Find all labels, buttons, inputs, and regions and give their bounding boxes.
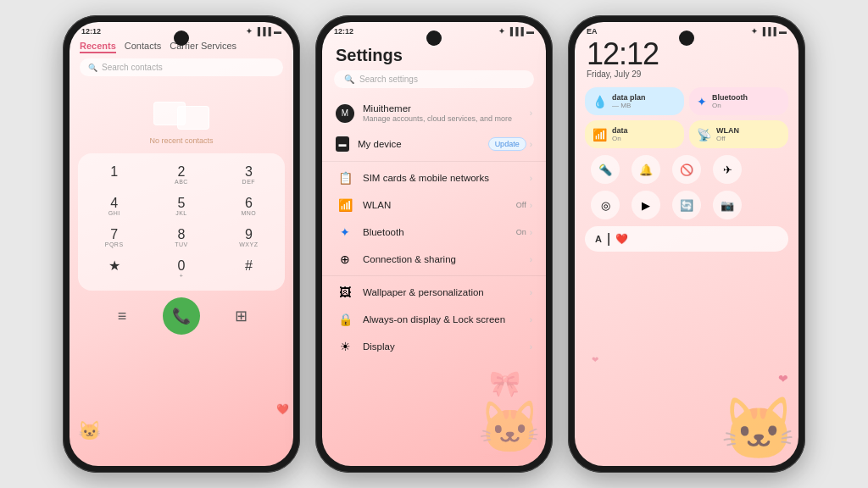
icon-grid-row2: ◎ ▶ 🔄 📷 (575, 187, 798, 223)
dial-call-row: ≡ 📞 ⊞ (70, 294, 293, 338)
kitty-bow-decor: 🎀 (489, 369, 520, 398)
status-time-1: 12:12 (81, 27, 101, 36)
heart-decor-home-2: ❤ (592, 355, 598, 364)
phone-1: 12:12 ✦ ▐▐▐ ▬ Recents Contacts Carrier S… (63, 15, 300, 473)
sim-icon: 📋 (336, 171, 354, 185)
block-icon-btn[interactable]: 🚫 (672, 155, 701, 184)
mydevice-title: My device (358, 139, 480, 149)
tile-wlan-text: WLAN Off (716, 126, 739, 142)
dialpad-grid: 1 2ABC 3DEF 4GHI 5JKL 6MNO 7PQRS 8TUV 9W… (78, 153, 285, 291)
display-right: › (530, 342, 532, 352)
location-icon-btn[interactable]: ▶ (632, 191, 660, 219)
camera-icon-btn[interactable]: 📷 (713, 191, 742, 219)
settings-item-sim[interactable]: 📋 SIM cards & mobile networks › (322, 164, 546, 191)
kitty-decor-settings: 🐱 (478, 402, 542, 453)
settings-item-display[interactable]: ☀ Display › (322, 333, 546, 360)
wlan-icon: 📶 (336, 198, 354, 212)
dial-key-9[interactable]: 9WXYZ (216, 223, 281, 252)
display-icon: ☀ (336, 340, 354, 353)
contact-search-bar[interactable]: 🔍 Search contacts (80, 58, 283, 76)
bluetooth-status: On (516, 228, 526, 236)
dial-key-3[interactable]: 3DEF (216, 160, 281, 190)
signal-icon: ▐▐▐ (255, 27, 271, 36)
dialpad-grid-icon[interactable]: ⊞ (227, 302, 254, 330)
connection-title: Connection & sharing (363, 254, 521, 264)
wlan-status: Off (516, 201, 526, 209)
battery-icon-2: ▬ (526, 27, 534, 36)
tile-data-text: data On (612, 126, 628, 142)
signal-icon-3: ▐▐▐ (760, 27, 776, 36)
signal-icon-2: ▐▐▐ (508, 27, 524, 36)
status-time-2: 12:12 (334, 27, 353, 36)
aod-icon: 🔒 (336, 313, 354, 326)
typing-area[interactable]: A | ❤️ (585, 226, 788, 252)
connection-right: › (530, 255, 532, 264)
settings-item-aod[interactable]: 🔒 Always-on display & Lock screen › (322, 306, 546, 333)
heart-decor-home-1: ❤ (778, 372, 788, 385)
display-title: Display (363, 341, 521, 352)
tile-bluetooth-text: Bluetooth On (712, 93, 748, 109)
bluetooth-title: Bluetooth (363, 227, 508, 237)
settings-item-connection[interactable]: ⊕ Connection & sharing › (322, 246, 546, 273)
camera-notch (174, 30, 189, 46)
dial-key-7[interactable]: 7PQRS (81, 223, 147, 252)
mydevice-right: Update › (488, 137, 532, 151)
aod-content: Always-on display & Lock screen (363, 314, 521, 324)
aod-right: › (530, 315, 532, 324)
airplane-icon-btn[interactable]: ✈ (713, 155, 742, 184)
dial-key-0[interactable]: 0+ (148, 254, 214, 284)
dial-key-8[interactable]: 8TUV (148, 223, 214, 252)
wallpaper-title: Wallpaper & personalization (363, 287, 521, 297)
settings-search-bar[interactable]: 🔍 Search settings (334, 70, 534, 88)
card-2 (177, 106, 209, 130)
wlan-content: WLAN (363, 200, 508, 210)
divider-1 (322, 161, 546, 162)
camera-notch-3 (679, 30, 694, 46)
heart-decor: ❤️ (276, 403, 289, 415)
no-recent-text: No recent contacts (70, 136, 293, 145)
tile-wlan[interactable]: 📡 WLAN Off (689, 120, 788, 148)
dial-key-1[interactable]: 1 (81, 160, 147, 190)
wlan-title: WLAN (363, 200, 508, 210)
settings-item-wlan[interactable]: 📶 WLAN Off › (322, 191, 546, 219)
tab-contacts[interactable]: Contacts (125, 41, 161, 53)
dialpad-menu-icon[interactable]: ≡ (108, 302, 136, 330)
brightness-icon-btn[interactable]: ◎ (591, 191, 620, 219)
bell-icon-btn[interactable]: 🔔 (632, 155, 660, 184)
display-content: Display (363, 341, 521, 352)
tile-data[interactable]: 📶 data On (585, 120, 684, 148)
dial-key-6[interactable]: 6MNO (216, 191, 281, 221)
dial-key-2[interactable]: 2ABC (148, 160, 214, 190)
connection-icon: ⊕ (336, 252, 354, 266)
tile-data-plan[interactable]: 💧 data plan — MB (585, 87, 684, 115)
battery-icon: ▬ (274, 27, 281, 36)
status-icons-2: ✦ ▐▐▐ ▬ (498, 27, 534, 36)
miuithemer-icon: M (336, 104, 354, 123)
bluetooth-icon: ✦ (336, 225, 354, 239)
rotate-icon-btn[interactable]: 🔄 (672, 191, 701, 219)
tile-bluetooth[interactable]: ✦ Bluetooth On (689, 87, 788, 115)
sim-right: › (530, 174, 532, 183)
tab-recents[interactable]: Recents (80, 41, 116, 53)
wallpaper-content: Wallpaper & personalization (363, 287, 521, 297)
dial-key-hash[interactable]: # (216, 254, 281, 284)
home-date: Friday, July 29 (587, 69, 787, 79)
bluetooth-icon-3: ✦ (751, 27, 758, 36)
settings-item-bluetooth[interactable]: ✦ Bluetooth On › (322, 219, 546, 246)
miuithemer-right: › (530, 108, 532, 118)
settings-screen: 12:12 ✦ ▐▐▐ ▬ Settings 🔍 Search settings… (322, 22, 546, 466)
camera-notch-2 (426, 30, 442, 46)
call-button[interactable]: 📞 (163, 297, 200, 335)
settings-item-mydevice[interactable]: ▬ My device Update › (322, 130, 546, 158)
tile-data-plan-text: data plan — MB (612, 93, 646, 109)
dial-key-star[interactable]: ★ (81, 254, 147, 284)
update-badge: Update (488, 137, 526, 151)
dial-key-4[interactable]: 4GHI (81, 191, 147, 221)
dial-key-5[interactable]: 5JKL (148, 191, 214, 221)
status-icons-3: ✦ ▐▐▐ ▬ (751, 27, 787, 36)
flashlight-icon-btn[interactable]: 🔦 (591, 155, 620, 184)
tile-wlan-icon: 📡 (697, 128, 711, 141)
settings-item-wallpaper[interactable]: 🖼 Wallpaper & personalization › (322, 279, 546, 306)
phone-3: EA ✦ ▐▐▐ ▬ ⚙ ✏ 12:12 Friday, July 29 💧 d… (568, 15, 805, 473)
settings-item-miuithemer[interactable]: M Miuithemer Manage accounts, cloud serv… (322, 97, 546, 130)
